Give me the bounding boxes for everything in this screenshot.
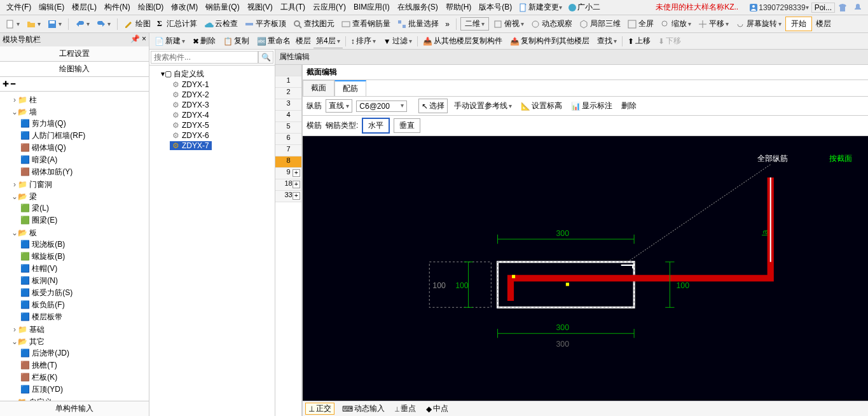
tab-section[interactable]: 截面 (303, 80, 334, 96)
save-button[interactable]: ▾ (45, 18, 64, 31)
expand-row-icon[interactable]: + (293, 181, 300, 188)
section-canvas[interactable]: 全部纵筋 按截面 la (303, 136, 868, 401)
tree-jichu[interactable]: 基础 (29, 325, 45, 334)
more-button[interactable]: » (443, 18, 452, 30)
tree-jianli-qiang[interactable]: 🟦 剪力墙(Q) (20, 119, 66, 128)
prop-row-6[interactable]: 6 (275, 134, 301, 145)
tree-qiang[interactable]: 墙 (29, 107, 37, 116)
tree-quanliang[interactable]: 🟩 圈梁(E) (20, 216, 57, 225)
property-grid[interactable]: 123456789+18+33+ (275, 65, 302, 416)
comp-item-5[interactable]: ⚙ ZDYX-6 (170, 131, 212, 140)
view-rebar-button[interactable]: 查看钢筋量 (338, 17, 393, 31)
collapse-icon[interactable]: ━ (11, 80, 15, 88)
prop-row-2[interactable]: 2 (275, 88, 301, 99)
select-button[interactable]: ↖ 选择 (418, 99, 448, 113)
menu-floor[interactable]: 楼层(L) (68, 2, 100, 13)
rotate-button[interactable]: 屏幕旋转▾ (733, 17, 784, 31)
tree-renfang[interactable]: 🟦 人防门框墙(RF) (20, 131, 85, 140)
horizontal-type-button[interactable]: 水平 (362, 118, 390, 134)
draw-toggle[interactable]: 绘图 (121, 17, 153, 31)
component-search-button[interactable]: 🔍 (258, 51, 273, 64)
undo-button[interactable]: ▾ (72, 18, 92, 31)
open-button[interactable]: ▾ (24, 18, 43, 31)
menu-cloud[interactable]: 云应用(Y) (309, 2, 350, 13)
view-mode-select[interactable]: 二维▾ (460, 17, 489, 31)
user-button[interactable]: 13907298339▾ (746, 3, 811, 13)
copy-from-floor-button[interactable]: 📥从其他楼层复制构件 (420, 34, 505, 48)
prop-row-9[interactable]: 9+ (275, 168, 301, 179)
comp-item-3[interactable]: ⚙ ZDYX-4 (170, 111, 212, 120)
shape-select[interactable]: 直线 ▾ (326, 99, 352, 113)
expand-row-icon[interactable]: + (293, 192, 300, 200)
tree-liang-l[interactable]: 🟩 梁(L) (20, 204, 49, 212)
tree-anliang[interactable]: 🟦 暗梁(A) (20, 155, 57, 164)
tree-bslj[interactable]: 🟦 板受力筋(S) (20, 288, 72, 297)
tree-qita[interactable]: 其它 (29, 337, 45, 346)
menu-online[interactable]: 在线服务(S) (394, 2, 442, 13)
menu-help[interactable]: 帮助(H) (442, 2, 476, 13)
prop-row-8[interactable]: 8 (275, 156, 301, 168)
sum-button[interactable]: Σ 汇总计算 (155, 17, 200, 31)
expand-row-icon[interactable]: + (293, 169, 300, 177)
prop-row-5[interactable]: 5 (275, 122, 301, 134)
tree-zhumao[interactable]: 🟦 柱帽(V) (20, 264, 57, 273)
component-list[interactable]: ▾▢ 自定义线 ⚙ ZDYX-1⚙ ZDYX-2⚙ ZDYX-3⚙ ZDYX-4… (149, 66, 275, 416)
cloud-check-button[interactable]: 云检查 (201, 17, 240, 31)
menu-bim[interactable]: BIM应用(I) (350, 2, 394, 13)
assistant-button[interactable]: 广小二 (565, 2, 603, 13)
menu-modify[interactable]: 修改(M) (167, 2, 202, 13)
comp-search-button[interactable]: 查找▾ (595, 34, 619, 48)
menu-rebar[interactable]: 钢筋量(Q) (202, 2, 243, 13)
spec-select[interactable]: C6@200 ▾ (356, 101, 407, 112)
poi-button[interactable]: Poi... (811, 3, 835, 13)
tree-xjb[interactable]: 🟦 现浇板(B) (20, 240, 65, 249)
copy-to-floor-button[interactable]: 📤复制构件到其他楼层 (507, 34, 592, 48)
flat-slab-button[interactable]: 平齐板顶 (242, 17, 289, 31)
section-single-input[interactable]: 单构件输入 (0, 401, 149, 416)
comp-copy-button[interactable]: 📋复制 (221, 34, 252, 48)
sort-button[interactable]: ↕排序▾ (348, 34, 378, 48)
menu-version[interactable]: 版本号(B) (475, 2, 516, 13)
menu-file[interactable]: 文件(F) (3, 2, 35, 13)
new-change-button[interactable]: 新建变更▾ (516, 2, 565, 13)
tree-lanban[interactable]: 🟫 栏板(K) (20, 373, 57, 382)
tree-yading[interactable]: 🟦 压顶(YD) (20, 385, 63, 394)
show-label-button[interactable]: 📊 显示标注 (568, 99, 615, 113)
comp-item-1[interactable]: ⚙ ZDYX-2 (170, 90, 212, 99)
tree-lxb[interactable]: 🟩 螺旋板(B) (20, 252, 65, 261)
expand-icon[interactable]: ✚ (3, 80, 9, 88)
comp-item-4[interactable]: ⚙ ZDYX-5 (170, 121, 212, 130)
tree-lcbd[interactable]: 🟦 楼层板带 (20, 312, 62, 321)
menu-view[interactable]: 视图(V) (244, 2, 277, 13)
local3d-button[interactable]: 局部三维 (576, 17, 623, 31)
ref-line-button[interactable]: 手动设置参考线▾ (451, 99, 514, 113)
menu-component[interactable]: 构件(N) (100, 2, 134, 13)
tree-bandong[interactable]: 🟦 板洞(N) (20, 276, 58, 285)
filter-button[interactable]: ▼过滤▾ (381, 34, 415, 48)
comp-root[interactable]: 自定义线 (174, 69, 204, 78)
comp-new-button[interactable]: 📄新建▾ (152, 34, 188, 48)
dynamic-input-toggle[interactable]: ⌨ 动态输入 (340, 403, 387, 414)
floor-select[interactable]: 第4层▾ (313, 34, 343, 48)
tree-ban[interactable]: 板 (29, 228, 37, 237)
tree-zhu[interactable]: 柱 (29, 95, 37, 104)
tree-hjd[interactable]: 🟦 后浇带(JD) (20, 349, 69, 357)
prop-row-33[interactable]: 33+ (275, 191, 301, 202)
comp-delete-button[interactable]: ✖删除 (190, 34, 218, 48)
delete-rebar-button[interactable]: 删除 (619, 99, 639, 113)
close-panel-icon[interactable]: × (142, 34, 146, 43)
topview-button[interactable]: 俯视▾ (490, 17, 527, 31)
prop-row-3[interactable]: 3 (275, 99, 301, 111)
set-elevation-button[interactable]: 📐 设置标高 (518, 99, 565, 113)
prop-row-7[interactable]: 7 (275, 145, 301, 156)
tree-qiti-jiajin[interactable]: 🟫 砌体加筋(Y) (20, 167, 72, 176)
section-project-settings[interactable]: 工程设置 (0, 46, 149, 62)
floor-select-button[interactable]: 楼层 (813, 17, 834, 31)
tree-tiaoyan[interactable]: 🟫 挑檐(T) (20, 361, 57, 370)
new-file-button[interactable]: ▾ (3, 18, 22, 31)
pin-icon[interactable]: 📌 (130, 34, 140, 43)
redo-button[interactable]: ▾ (93, 18, 113, 31)
menu-tools[interactable]: 工具(T) (277, 2, 309, 13)
skin-button[interactable] (835, 3, 850, 13)
component-search-input[interactable] (151, 51, 258, 64)
